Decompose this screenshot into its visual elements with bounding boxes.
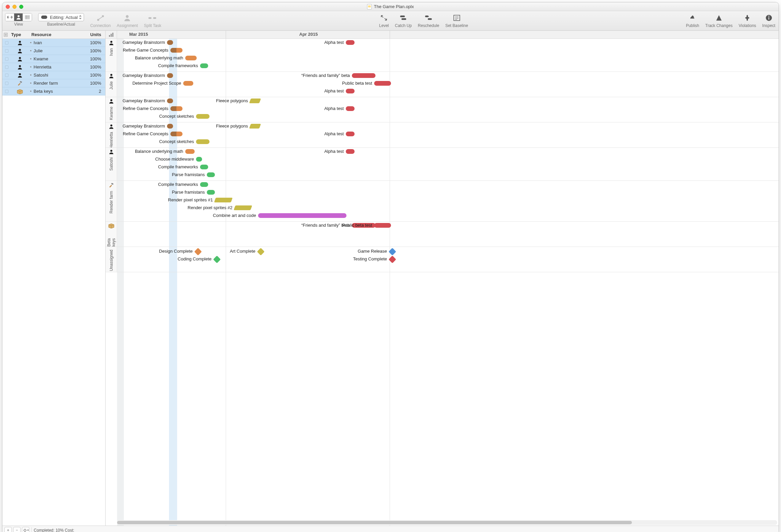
split-task-icon[interactable] — [148, 13, 157, 23]
task-bar[interactable] — [196, 114, 210, 119]
remove-button[interactable]: － — [13, 527, 21, 532]
gear-button[interactable]: ▾ — [22, 527, 29, 532]
lane-name: Beta keys — [107, 231, 116, 247]
col-units[interactable]: Units — [85, 32, 105, 37]
task-bar[interactable] — [200, 182, 208, 187]
milestone-diamond[interactable] — [389, 248, 396, 256]
reschedule-icon[interactable] — [424, 13, 433, 23]
task-bar[interactable] — [233, 205, 252, 210]
task-bar[interactable] — [346, 106, 355, 111]
person-icon — [109, 149, 114, 155]
svg-rect-31 — [111, 183, 113, 185]
task-bar[interactable] — [167, 124, 173, 129]
task-bar[interactable] — [200, 63, 208, 68]
task-bar[interactable] — [196, 157, 202, 162]
catch-up-icon[interactable] — [399, 13, 408, 23]
gantt-area: Mar 2015 Apr 2015 IvanGameplay Brainstor… — [106, 31, 779, 526]
task-label: Alpha test — [324, 131, 344, 136]
resource-row[interactable]: • Render farm 100% — [2, 79, 105, 87]
resource-name: Ivan — [34, 40, 85, 45]
task-bar[interactable] — [346, 132, 355, 136]
task-bar[interactable] — [214, 198, 232, 202]
task-label: Compile frameworks — [158, 63, 198, 68]
milestone-label: Art Complete — [230, 249, 255, 254]
task-bar[interactable] — [196, 139, 210, 144]
row-handle-icon[interactable] — [4, 65, 10, 69]
task-bar[interactable] — [346, 40, 355, 45]
task-bar[interactable] — [185, 56, 197, 60]
task-bar[interactable] — [170, 106, 183, 111]
titlebar: The Game Plan.oplx — [2, 2, 779, 11]
add-button[interactable]: ＋ — [4, 527, 12, 532]
task-bar[interactable] — [374, 81, 391, 86]
row-handle-icon[interactable] — [4, 82, 10, 85]
resource-row[interactable]: • Henrietta 100% — [2, 63, 105, 71]
chart-mode-icon[interactable] — [106, 31, 117, 38]
view-resource-mode[interactable] — [14, 13, 23, 21]
task-bar[interactable] — [167, 99, 173, 103]
resource-type-icon — [10, 64, 30, 70]
hammer-icon — [108, 182, 114, 188]
task-bar[interactable] — [200, 165, 208, 169]
row-handle-icon[interactable] — [4, 49, 10, 53]
task-bar[interactable] — [185, 149, 195, 154]
task-label: Parse framistans — [172, 190, 205, 195]
task-bar[interactable] — [207, 190, 215, 195]
task-bar[interactable] — [352, 73, 375, 78]
resource-row[interactable]: • Satoshi 100% — [2, 71, 105, 79]
task-bar[interactable] — [346, 149, 355, 154]
task-label: Alpha test — [324, 40, 344, 45]
task-bar[interactable] — [183, 81, 193, 86]
resource-row[interactable]: • Beta keys 2 — [2, 87, 105, 95]
task-label: Render pixel sprites #1 — [168, 197, 213, 202]
col-resource[interactable]: Resource — [31, 32, 85, 37]
track-changes-icon[interactable] — [714, 13, 724, 23]
task-bar[interactable] — [170, 48, 183, 53]
view-link-mode[interactable] — [5, 13, 14, 21]
set-baseline-icon[interactable] — [452, 13, 462, 23]
task-label: Balance underlying math — [135, 55, 183, 60]
task-label: Compile frameworks — [158, 182, 198, 187]
inspect-icon[interactable] — [764, 13, 774, 23]
resource-name: Beta keys — [34, 89, 85, 94]
task-bar[interactable] — [167, 40, 173, 45]
level-icon[interactable] — [379, 13, 389, 23]
resource-type-icon — [10, 48, 30, 54]
gutter-icon[interactable] — [4, 33, 11, 37]
milestone-diamond[interactable] — [213, 256, 221, 263]
connection-icon[interactable] — [96, 13, 105, 23]
task-bar[interactable] — [374, 223, 391, 228]
resource-row[interactable]: • Kwame 100% — [2, 55, 105, 63]
row-handle-icon[interactable] — [4, 57, 10, 61]
view-segmented[interactable] — [5, 13, 32, 21]
row-handle-icon[interactable] — [4, 41, 10, 45]
task-bar[interactable] — [249, 124, 261, 129]
task-bar[interactable] — [167, 73, 173, 78]
resource-row[interactable]: • Ivan 100% — [2, 39, 105, 47]
assignment-icon[interactable] — [122, 13, 132, 23]
horizontal-scrollbar[interactable] — [117, 520, 777, 525]
baseline-popup[interactable]: Editing: Actual — [38, 13, 84, 21]
task-bar[interactable] — [249, 99, 261, 103]
task-bar[interactable] — [258, 213, 346, 218]
view-table-mode[interactable] — [23, 13, 32, 21]
lane-name: Ivan — [109, 48, 114, 56]
task-label: Balance underlying math — [135, 149, 183, 154]
publish-icon[interactable] — [688, 13, 697, 23]
view-label: View — [14, 22, 23, 27]
milestone-diamond[interactable] — [257, 248, 265, 256]
task-bar[interactable] — [346, 89, 355, 93]
svg-rect-21 — [20, 81, 22, 83]
col-type[interactable]: Type — [11, 32, 31, 37]
task-bar[interactable] — [207, 172, 215, 177]
resource-row[interactable]: • Julie 100% — [2, 47, 105, 55]
milestone-diamond[interactable] — [389, 256, 396, 263]
milestone-diamond[interactable] — [194, 248, 202, 256]
row-handle-icon[interactable] — [4, 74, 10, 77]
task-label: Alpha test — [324, 88, 344, 93]
violations-icon[interactable] — [743, 13, 752, 23]
task-bar[interactable] — [170, 132, 183, 136]
resource-type-icon — [10, 73, 30, 78]
task-label: Gameplay Brainstorm — [122, 123, 165, 129]
row-handle-icon[interactable] — [4, 90, 10, 93]
